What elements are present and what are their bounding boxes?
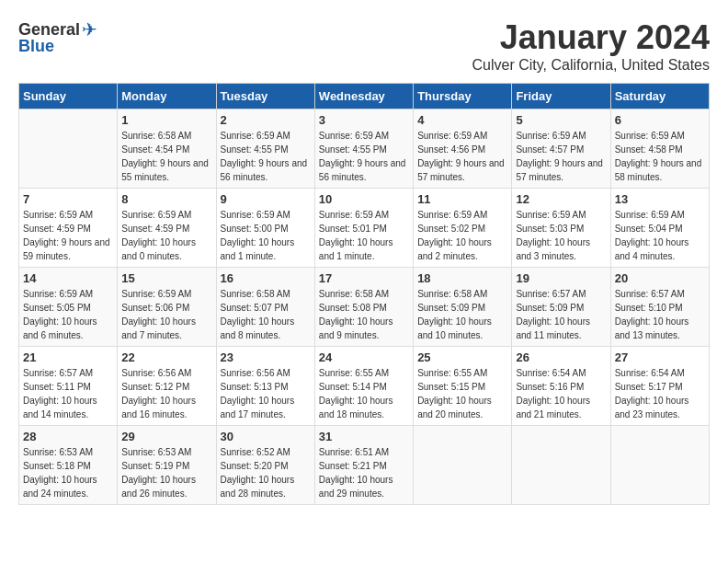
day-cell: 28Sunrise: 6:53 AMSunset: 5:18 PMDayligh… xyxy=(19,426,118,505)
day-info: Sunrise: 6:59 AMSunset: 5:06 PMDaylight:… xyxy=(121,287,211,342)
title-block: January 2024 Culver City, California, Un… xyxy=(472,18,710,74)
day-info: Sunrise: 6:59 AMSunset: 5:03 PMDaylight:… xyxy=(516,208,606,263)
day-cell: 30Sunrise: 6:52 AMSunset: 5:20 PMDayligh… xyxy=(216,426,314,505)
day-cell: 29Sunrise: 6:53 AMSunset: 5:19 PMDayligh… xyxy=(118,426,216,505)
day-number: 11 xyxy=(417,192,507,206)
logo-block: General ✈ Blue xyxy=(18,18,97,56)
day-cell: 4Sunrise: 6:59 AMSunset: 4:56 PMDaylight… xyxy=(414,109,512,189)
day-info: Sunrise: 6:56 AMSunset: 5:13 PMDaylight:… xyxy=(221,366,311,421)
day-info: Sunrise: 6:54 AMSunset: 5:17 PMDaylight:… xyxy=(615,366,705,421)
day-info: Sunrise: 6:59 AMSunset: 4:56 PMDaylight:… xyxy=(417,129,507,184)
day-info: Sunrise: 6:58 AMSunset: 5:08 PMDaylight:… xyxy=(319,287,409,342)
day-info: Sunrise: 6:51 AMSunset: 5:21 PMDaylight:… xyxy=(319,445,409,500)
col-header-monday: Monday xyxy=(118,84,216,109)
day-info: Sunrise: 6:53 AMSunset: 5:19 PMDaylight:… xyxy=(121,445,211,500)
day-info: Sunrise: 6:58 AMSunset: 5:07 PMDaylight:… xyxy=(221,287,311,342)
day-number: 10 xyxy=(319,192,409,206)
day-cell: 31Sunrise: 6:51 AMSunset: 5:21 PMDayligh… xyxy=(314,426,413,505)
day-cell: 25Sunrise: 6:55 AMSunset: 5:15 PMDayligh… xyxy=(414,347,512,426)
day-cell xyxy=(512,426,610,505)
day-number: 27 xyxy=(615,350,705,364)
day-number: 8 xyxy=(121,192,211,206)
day-number: 12 xyxy=(516,192,606,206)
day-info: Sunrise: 6:55 AMSunset: 5:15 PMDaylight:… xyxy=(417,366,507,421)
day-cell: 9Sunrise: 6:59 AMSunset: 5:00 PMDaylight… xyxy=(216,189,314,268)
day-number: 7 xyxy=(23,192,113,206)
day-number: 29 xyxy=(121,430,211,443)
day-info: Sunrise: 6:59 AMSunset: 5:05 PMDaylight:… xyxy=(23,287,113,342)
day-info: Sunrise: 6:59 AMSunset: 5:04 PMDaylight:… xyxy=(615,208,705,263)
day-number: 13 xyxy=(615,192,705,206)
day-info: Sunrise: 6:56 AMSunset: 5:12 PMDaylight:… xyxy=(121,366,211,421)
day-cell xyxy=(19,109,118,189)
day-cell: 23Sunrise: 6:56 AMSunset: 5:13 PMDayligh… xyxy=(216,347,314,426)
day-info: Sunrise: 6:58 AMSunset: 5:09 PMDaylight:… xyxy=(417,287,507,342)
day-info: Sunrise: 6:52 AMSunset: 5:20 PMDaylight:… xyxy=(221,445,311,500)
day-number: 26 xyxy=(516,350,606,364)
day-cell: 17Sunrise: 6:58 AMSunset: 5:08 PMDayligh… xyxy=(314,268,413,347)
day-info: Sunrise: 6:53 AMSunset: 5:18 PMDaylight:… xyxy=(23,445,113,500)
day-number: 17 xyxy=(319,271,409,285)
day-number: 15 xyxy=(121,271,211,285)
day-number: 4 xyxy=(417,113,507,127)
day-cell: 22Sunrise: 6:56 AMSunset: 5:12 PMDayligh… xyxy=(118,347,216,426)
day-info: Sunrise: 6:59 AMSunset: 4:55 PMDaylight:… xyxy=(221,129,311,184)
page-header: General ✈ Blue January 2024 Culver City,… xyxy=(18,18,710,74)
day-info: Sunrise: 6:57 AMSunset: 5:09 PMDaylight:… xyxy=(516,287,606,342)
day-number: 28 xyxy=(23,430,113,443)
day-number: 16 xyxy=(221,271,311,285)
day-info: Sunrise: 6:59 AMSunset: 4:57 PMDaylight:… xyxy=(516,129,606,184)
day-info: Sunrise: 6:57 AMSunset: 5:11 PMDaylight:… xyxy=(23,366,113,421)
calendar-header-row: SundayMondayTuesdayWednesdayThursdayFrid… xyxy=(19,84,710,109)
day-number: 3 xyxy=(319,113,409,127)
day-number: 22 xyxy=(121,350,211,364)
day-info: Sunrise: 6:59 AMSunset: 4:58 PMDaylight:… xyxy=(615,129,705,184)
week-row-2: 14Sunrise: 6:59 AMSunset: 5:05 PMDayligh… xyxy=(19,268,710,347)
col-header-sunday: Sunday xyxy=(19,84,118,109)
week-row-3: 21Sunrise: 6:57 AMSunset: 5:11 PMDayligh… xyxy=(19,347,710,426)
day-cell: 7Sunrise: 6:59 AMSunset: 4:59 PMDaylight… xyxy=(19,189,118,268)
day-cell: 6Sunrise: 6:59 AMSunset: 4:58 PMDaylight… xyxy=(610,109,709,189)
day-cell: 19Sunrise: 6:57 AMSunset: 5:09 PMDayligh… xyxy=(512,268,610,347)
day-number: 23 xyxy=(221,350,311,364)
week-row-0: 1Sunrise: 6:58 AMSunset: 4:54 PMDaylight… xyxy=(19,109,710,189)
day-info: Sunrise: 6:57 AMSunset: 5:10 PMDaylight:… xyxy=(615,287,705,342)
day-info: Sunrise: 6:55 AMSunset: 5:14 PMDaylight:… xyxy=(319,366,409,421)
day-info: Sunrise: 6:59 AMSunset: 4:59 PMDaylight:… xyxy=(121,208,211,263)
day-number: 30 xyxy=(221,430,311,443)
day-cell: 5Sunrise: 6:59 AMSunset: 4:57 PMDaylight… xyxy=(512,109,610,189)
day-number: 18 xyxy=(417,271,507,285)
col-header-saturday: Saturday xyxy=(610,84,709,109)
day-cell xyxy=(610,426,709,505)
day-info: Sunrise: 6:54 AMSunset: 5:16 PMDaylight:… xyxy=(516,366,606,421)
logo-bird-icon: ✈ xyxy=(82,18,97,40)
col-header-tuesday: Tuesday xyxy=(216,84,314,109)
day-info: Sunrise: 6:59 AMSunset: 5:01 PMDaylight:… xyxy=(319,208,409,263)
day-cell: 15Sunrise: 6:59 AMSunset: 5:06 PMDayligh… xyxy=(118,268,216,347)
day-cell: 11Sunrise: 6:59 AMSunset: 5:02 PMDayligh… xyxy=(414,189,512,268)
logo-text-blue: Blue xyxy=(18,37,54,56)
day-number: 14 xyxy=(23,271,113,285)
day-number: 19 xyxy=(516,271,606,285)
day-cell: 14Sunrise: 6:59 AMSunset: 5:05 PMDayligh… xyxy=(19,268,118,347)
day-number: 21 xyxy=(23,350,113,364)
day-cell: 16Sunrise: 6:58 AMSunset: 5:07 PMDayligh… xyxy=(216,268,314,347)
day-number: 5 xyxy=(516,113,606,127)
month-title: January 2024 xyxy=(472,18,710,57)
day-info: Sunrise: 6:59 AMSunset: 5:02 PMDaylight:… xyxy=(417,208,507,263)
col-header-friday: Friday xyxy=(512,84,610,109)
day-cell: 18Sunrise: 6:58 AMSunset: 5:09 PMDayligh… xyxy=(414,268,512,347)
location-title: Culver City, California, United States xyxy=(472,57,710,74)
day-info: Sunrise: 6:58 AMSunset: 4:54 PMDaylight:… xyxy=(121,129,211,184)
day-cell: 27Sunrise: 6:54 AMSunset: 5:17 PMDayligh… xyxy=(610,347,709,426)
day-number: 24 xyxy=(319,350,409,364)
day-cell: 21Sunrise: 6:57 AMSunset: 5:11 PMDayligh… xyxy=(19,347,118,426)
day-number: 25 xyxy=(417,350,507,364)
day-cell: 1Sunrise: 6:58 AMSunset: 4:54 PMDaylight… xyxy=(118,109,216,189)
day-info: Sunrise: 6:59 AMSunset: 4:55 PMDaylight:… xyxy=(319,129,409,184)
day-info: Sunrise: 6:59 AMSunset: 5:00 PMDaylight:… xyxy=(221,208,311,263)
day-cell: 8Sunrise: 6:59 AMSunset: 4:59 PMDaylight… xyxy=(118,189,216,268)
col-header-wednesday: Wednesday xyxy=(314,84,413,109)
day-cell: 2Sunrise: 6:59 AMSunset: 4:55 PMDaylight… xyxy=(216,109,314,189)
day-info: Sunrise: 6:59 AMSunset: 4:59 PMDaylight:… xyxy=(23,208,113,263)
